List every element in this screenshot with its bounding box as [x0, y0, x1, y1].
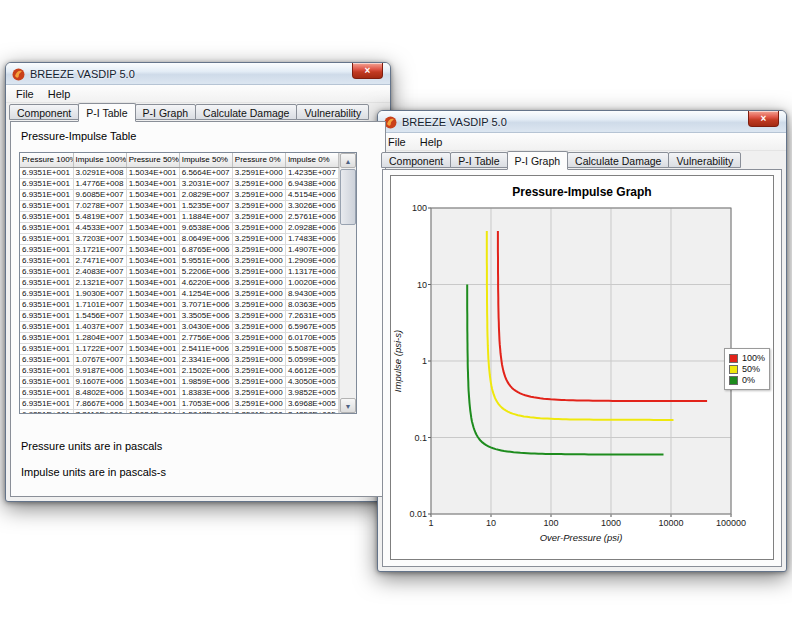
table-row[interactable]: 6.9351E+0018.4802E+0061.5034E+0011.8383E…	[20, 387, 339, 398]
table-cell: 3.2591E+000	[232, 233, 285, 244]
column-header[interactable]: Impulse 0%	[285, 153, 338, 167]
menu-file[interactable]: File	[9, 87, 41, 101]
table-cell: 5.0599E+005	[285, 354, 338, 365]
table-row[interactable]: 6.9351E+0012.4083E+0071.5034E+0015.2206E…	[20, 266, 339, 277]
table-row[interactable]: 6.9351E+0011.2804E+0071.5034E+0012.7756E…	[20, 332, 339, 343]
table-cell: 9.1607E+006	[73, 376, 126, 387]
titlebar[interactable]: BREEZE VASDIP 5.0 ×	[378, 111, 786, 133]
table-cell: 3.2591E+000	[232, 178, 285, 189]
scroll-down-button[interactable]: ▼	[340, 398, 356, 413]
table-cell: 1.5034E+001	[126, 365, 179, 376]
table-row[interactable]: 6.9351E+0011.7101E+0071.5034E+0013.7071E…	[20, 299, 339, 310]
x-tick-label: 1	[428, 518, 433, 528]
table-cell: 1.5034E+001	[126, 398, 179, 409]
column-header[interactable]: Pressure 100%	[20, 153, 73, 167]
table-row[interactable]: 6.9351E+0017.0278E+0071.5034E+0011.5235E…	[20, 200, 339, 211]
tab-component[interactable]: Component	[9, 104, 79, 120]
table-row[interactable]: 6.9351E+0011.5456E+0071.5034E+0013.3505E…	[20, 310, 339, 321]
tab-calculate-damage[interactable]: Calculate Damage	[567, 152, 669, 168]
tab-p-i-table[interactable]: P-I Table	[78, 103, 135, 122]
titlebar[interactable]: BREEZE VASDIP 5.0 ×	[6, 63, 390, 85]
table-row[interactable]: 6.9351E+0011.4776E+0081.5034E+0013.2031E…	[20, 178, 339, 189]
x-tick-label: 10	[486, 518, 496, 528]
tab-component[interactable]: Component	[381, 152, 451, 168]
table-row[interactable]: 6.9351E+0012.7471E+0071.5034E+0015.9551E…	[20, 255, 339, 266]
column-header[interactable]: Impulse 100%	[73, 153, 126, 167]
table-cell: 1.8383E+006	[179, 387, 232, 398]
table-cell: 1.5034E+001	[126, 409, 179, 414]
tab-p-i-graph[interactable]: P-I Graph	[135, 104, 197, 120]
table-row[interactable]: 6.9351E+0011.1722E+0071.5034E+0012.5411E…	[20, 343, 339, 354]
table-cell: 5.9551E+006	[179, 255, 232, 266]
table-row[interactable]: 6.9351E+0011.9030E+0071.5034E+0014.1254E…	[20, 288, 339, 299]
table-row[interactable]: 6.9351E+0019.9187E+0061.5034E+0012.1502E…	[20, 365, 339, 376]
table-row[interactable]: 6.9351E+0013.0291E+0081.5034E+0016.5664E…	[20, 167, 339, 178]
scroll-thumb[interactable]	[340, 169, 356, 225]
legend-label: 100%	[742, 353, 765, 363]
table-cell: 2.1502E+006	[179, 365, 232, 376]
table-cell: 1.5034E+001	[126, 299, 179, 310]
table-cell: 3.0430E+006	[179, 321, 232, 332]
tab-vulnerability[interactable]: Vulnerability	[296, 104, 369, 120]
table-row[interactable]: 6.9351E+0011.4037E+0071.5034E+0013.0430E…	[20, 321, 339, 332]
scroll-up-button[interactable]: ▲	[340, 153, 356, 168]
legend-item: 50%	[729, 364, 765, 374]
close-button[interactable]: ×	[352, 63, 383, 79]
table-cell: 6.5967E+005	[285, 321, 338, 332]
table-cell: 3.2591E+000	[232, 222, 285, 233]
table-cell: 3.2031E+007	[179, 178, 232, 189]
table-cell: 3.2591E+000	[232, 398, 285, 409]
impulse-units-note: Impulse units are in pascals-s	[21, 466, 166, 478]
y-axis-title: Impulse (psi-s)	[392, 330, 403, 392]
table-row[interactable]: 6.9351E+0019.1607E+0061.5034E+0011.9859E…	[20, 376, 339, 387]
close-button[interactable]: ×	[748, 111, 779, 127]
tab-p-i-table[interactable]: P-I Table	[450, 152, 507, 168]
table-row[interactable]: 6.9351E+0017.8667E+0061.5034E+0011.7053E…	[20, 398, 339, 409]
column-header[interactable]: Pressure 50%	[126, 153, 179, 167]
legend-label: 0%	[742, 375, 755, 385]
vertical-scrollbar[interactable]: ▲ ▼	[339, 153, 356, 413]
column-header[interactable]: Pressure 0%	[232, 153, 285, 167]
table-cell: 7.2631E+005	[285, 310, 338, 321]
table-cell: 6.9351E+001	[20, 332, 73, 343]
tab-calculate-damage[interactable]: Calculate Damage	[195, 104, 297, 120]
table-cell: 3.2591E+000	[232, 343, 285, 354]
table-cell: 3.2591E+000	[232, 277, 285, 288]
table-cell: 2.5761E+006	[285, 211, 338, 222]
table-cell: 3.2591E+000	[232, 255, 285, 266]
table-row[interactable]: 6.9351E+0019.6085E+0071.5034E+0012.0829E…	[20, 189, 339, 200]
legend-item: 100%	[729, 353, 765, 363]
table-row[interactable]: 6.9351E+0013.7203E+0071.5034E+0018.0649E…	[20, 233, 339, 244]
menu-help[interactable]: Help	[41, 87, 78, 101]
table-row[interactable]: 6.9351E+0015.4819E+0071.5034E+0011.1884E…	[20, 211, 339, 222]
tab-p-i-graph[interactable]: P-I Graph	[507, 151, 569, 170]
column-header[interactable]: Impulse 50%	[179, 153, 232, 167]
table-row[interactable]: 6.9351E+0012.1321E+0071.5034E+0014.6220E…	[20, 277, 339, 288]
y-tick-label: 100	[412, 203, 427, 213]
pi-data-grid[interactable]: Pressure 100%Impulse 100%Pressure 50%Imp…	[20, 153, 339, 414]
table-cell: 5.4819E+007	[73, 211, 126, 222]
table-row[interactable]: 6.9351E+0014.4533E+0071.5034E+0019.6538E…	[20, 222, 339, 233]
table-cell: 3.2591E+000	[232, 387, 285, 398]
menu-bar: FileHelp	[6, 85, 390, 103]
pressure-units-note: Pressure units are in pascals	[21, 440, 162, 452]
menu-help[interactable]: Help	[413, 135, 450, 149]
tab-vulnerability[interactable]: Vulnerability	[668, 152, 741, 168]
table-cell: 1.2909E+006	[285, 255, 338, 266]
table-cell: 4.3050E+005	[285, 376, 338, 387]
tab-page-pi-table: Pressure-Impulse Table Pressure 100%Impu…	[10, 121, 386, 497]
table-cell: 3.2591E+000	[232, 266, 285, 277]
table-row[interactable]: 6.9351E+0013.1721E+0071.5034E+0016.8765E…	[20, 244, 339, 255]
table-row[interactable]: 6.9351E+0017.3116E+0061.5034E+0011.5847E…	[20, 409, 339, 414]
table-cell: 6.9351E+001	[20, 288, 73, 299]
table-cell: 1.5034E+001	[126, 200, 179, 211]
pi-table: Pressure 100%Impulse 100%Pressure 50%Imp…	[19, 152, 357, 414]
menu-bar: FileHelp	[378, 133, 786, 151]
table-cell: 2.5411E+006	[179, 343, 232, 354]
window-title: BREEZE VASDIP 5.0	[402, 116, 507, 128]
table-cell: 1.5034E+001	[126, 222, 179, 233]
table-cell: 9.6538E+006	[179, 222, 232, 233]
table-cell: 3.0291E+008	[73, 167, 126, 178]
table-row[interactable]: 6.9351E+0011.0767E+0071.5034E+0012.3341E…	[20, 354, 339, 365]
table-cell: 6.9351E+001	[20, 387, 73, 398]
